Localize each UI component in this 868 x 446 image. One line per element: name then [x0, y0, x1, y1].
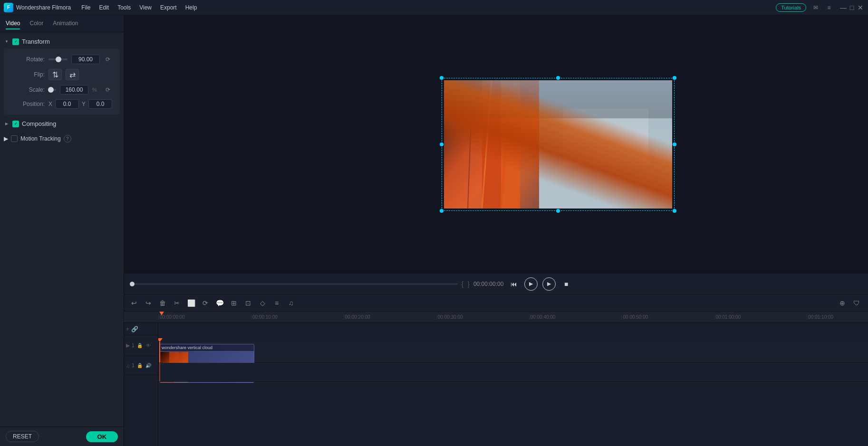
grid-button[interactable]: ⊞ — [228, 297, 240, 309]
flip-label: Flip: — [11, 71, 45, 78]
preview-area — [124, 15, 868, 273]
compositing-checkbox[interactable]: ✓ — [12, 121, 19, 127]
menu-help[interactable]: Help — [182, 3, 201, 12]
svg-line-5 — [501, 80, 511, 209]
bracket-left: { — [462, 280, 464, 288]
transform-arrow-icon: ▼ — [4, 39, 10, 45]
link-track-icon[interactable]: 🔗 — [131, 326, 138, 332]
progress-thumb[interactable] — [130, 282, 135, 286]
motion-tracking-checkbox[interactable] — [11, 135, 18, 142]
progress-slider[interactable] — [130, 283, 458, 285]
menu-export[interactable]: Export — [156, 3, 181, 12]
tab-video[interactable]: Video — [6, 18, 20, 29]
menu-file[interactable]: File — [77, 3, 94, 12]
position-row: Position: X Y — [11, 99, 112, 109]
menu-view[interactable]: View — [135, 3, 155, 12]
fit-button[interactable]: ⊡ — [242, 297, 254, 309]
timeline-ruler: 00:00:00:00 00:00:10:00 00:00:20:00 00:0… — [124, 312, 868, 323]
timeline-body: + 🔗 ▶ 1 🔒 👁 ♫ 1 🔒 🔊 — [124, 323, 868, 446]
video-track-1[interactable]: wondershare vertical cloud — [158, 342, 868, 363]
handle-bottom-right[interactable] — [673, 209, 676, 213]
motion-tracking-header[interactable]: ▶ Motion Tracking ? — [4, 133, 120, 144]
scale-value-input[interactable] — [60, 85, 88, 95]
rotate-slider[interactable] — [48, 58, 68, 60]
handle-top-right[interactable] — [673, 76, 676, 80]
scale-reset-button[interactable]: ⟳ — [104, 85, 112, 94]
motion-tracking-help-icon[interactable]: ? — [64, 135, 71, 142]
pos-x-input[interactable] — [55, 99, 79, 109]
audio-track-1[interactable] — [158, 363, 868, 382]
scale-slider[interactable] — [48, 89, 56, 91]
tab-animation[interactable]: Animation — [53, 18, 78, 29]
keyframe-button[interactable]: ◇ — [256, 297, 269, 309]
delete-button[interactable]: 🗑 — [156, 297, 169, 309]
notification-icon[interactable]: ✉ — [809, 2, 822, 13]
track-lock-icon[interactable]: 🔒 — [136, 342, 143, 349]
svg-rect-0 — [444, 80, 672, 209]
scale-unit: % — [92, 87, 100, 93]
audio-track-1-label: ♫ 1 🔒 🔊 — [124, 356, 158, 375]
play-pause-button[interactable]: ▶ — [524, 277, 538, 291]
track-eye-icon[interactable]: 👁 — [145, 342, 152, 349]
compositing-section-header[interactable]: ▶ ✓ Compositing — [4, 118, 120, 129]
tutorials-button[interactable]: Tutorials — [776, 3, 806, 12]
stop-button[interactable]: ■ — [559, 277, 573, 291]
handle-middle-left[interactable] — [440, 142, 444, 146]
close-button[interactable]: ✕ — [857, 4, 864, 11]
cut-button[interactable]: ✂ — [171, 297, 183, 309]
handle-middle-right[interactable] — [673, 142, 676, 146]
add-track-icon[interactable]: + — [126, 326, 129, 332]
rotate-value-input[interactable] — [71, 55, 100, 64]
transform-checkbox[interactable]: ✓ — [12, 38, 19, 45]
motion-tracking-title: Motion Tracking — [20, 135, 61, 142]
time-display: 00:00:00:00 — [473, 281, 503, 287]
svg-rect-3 — [501, 80, 520, 209]
audio-playhead — [159, 363, 160, 381]
flip-horizontal-button[interactable]: ⇅ — [48, 69, 62, 80]
transport-bar: { } 00:00:00:00 ⏮ ▶ ▶ ■ 1/2 ▼ ⊞ 📷 🔊 ⚙ — [124, 273, 868, 294]
audio-tool-button[interactable]: ♫ — [285, 297, 297, 309]
rotate-tool-button[interactable]: ⟳ — [199, 297, 212, 309]
reset-all-button[interactable]: RESET — [6, 431, 39, 442]
compositing-arrow-icon: ▶ — [4, 121, 10, 127]
snap-button[interactable]: ⊕ — [836, 297, 849, 309]
undo-button[interactable]: ↩ — [128, 297, 140, 309]
mic-button[interactable]: 🎙 — [865, 297, 868, 309]
playhead-head — [158, 338, 163, 342]
app-title: Wondershare Filmora — [16, 4, 71, 11]
audio-track-icon: ♫ — [126, 363, 130, 369]
audio-track-lock-icon[interactable]: 🔒 — [136, 362, 143, 369]
play-forward-button[interactable]: ▶ — [542, 277, 556, 291]
rotate-slider-thumb[interactable] — [56, 57, 61, 62]
speech-button[interactable]: 💬 — [213, 297, 226, 309]
minimize-button[interactable]: — — [839, 4, 847, 11]
skip-back-button[interactable]: ⏮ — [507, 277, 521, 291]
audio-track-number: 1 — [132, 363, 135, 368]
redo-button[interactable]: ↪ — [142, 297, 154, 309]
handle-top-left[interactable] — [440, 76, 444, 80]
playhead[interactable] — [159, 342, 160, 362]
settings-icon[interactable]: ≡ — [822, 2, 836, 13]
handle-top-center[interactable] — [556, 76, 560, 80]
handle-bottom-center[interactable] — [556, 209, 560, 213]
menu-tools[interactable]: Tools — [114, 3, 135, 12]
transform-title: Transform — [22, 38, 50, 45]
ok-button[interactable]: OK — [86, 431, 118, 442]
handle-bottom-left[interactable] — [440, 209, 444, 213]
menu-edit[interactable]: Edit — [96, 3, 113, 12]
tab-color[interactable]: Color — [29, 18, 43, 29]
transform-content: Rotate: ⟳ Flip: ⇅ ⇄ — [4, 49, 120, 114]
crop-button[interactable]: ⬜ — [185, 297, 197, 309]
scale-slider-thumb[interactable] — [48, 87, 54, 93]
transform-section-header[interactable]: ▼ ✓ Transform — [4, 36, 120, 47]
shield-button[interactable]: 🛡 — [850, 297, 863, 309]
align-button[interactable]: ≡ — [270, 297, 283, 309]
ruler-mark-0: 00:00:00:00 — [158, 314, 251, 320]
audio-track-volume-icon[interactable]: 🔊 — [145, 362, 152, 369]
window-controls: — □ ✕ — [839, 4, 864, 11]
pos-y-input[interactable] — [88, 99, 112, 109]
flip-vertical-button[interactable]: ⇄ — [66, 69, 79, 80]
bracket-right: } — [467, 280, 470, 288]
rotate-reset-button[interactable]: ⟳ — [104, 55, 112, 64]
maximize-button[interactable]: □ — [848, 4, 856, 11]
